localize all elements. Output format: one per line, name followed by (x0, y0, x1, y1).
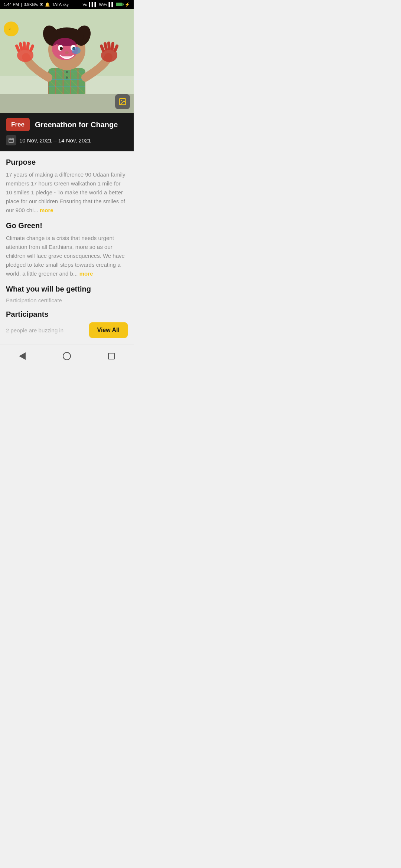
event-title-row: Free Greenathon for Change (6, 118, 128, 131)
free-badge: Free (6, 118, 30, 131)
svg-point-15 (60, 47, 63, 50)
svg-line-28 (109, 43, 109, 49)
back-nav-icon (19, 352, 26, 360)
go-green-text: Climate change is a crisis that needs ur… (6, 234, 128, 278)
event-title: Greenathon for Change (35, 120, 118, 129)
event-date-row: 10 Nov, 2021 – 14 Nov, 2021 (6, 135, 128, 145)
content-area: Purpose 17 years of making a difference … (0, 151, 134, 345)
wifi-icon: WiFi (99, 2, 107, 7)
network-speed: | (21, 2, 22, 7)
home-nav-button[interactable] (60, 349, 74, 363)
status-left: 1:44 PM | 3.9KB/s ✉ 🔔 TATA sky (4, 2, 69, 7)
signal-bars: ▌▌▌ (89, 2, 97, 7)
go-green-more-link[interactable]: more (79, 270, 93, 277)
back-button[interactable]: ← (4, 22, 19, 36)
network-speed-value: 3.9KB/s (24, 2, 38, 7)
svg-line-21 (20, 44, 22, 49)
back-nav-button[interactable] (16, 349, 29, 363)
purpose-text: 17 years of making a difference 90 Udaan… (6, 170, 128, 215)
svg-line-24 (31, 46, 33, 50)
purpose-more-link[interactable]: more (40, 207, 53, 213)
status-bar: 1:44 PM | 3.9KB/s ✉ 🔔 TATA sky Vo ▌▌▌ Wi… (0, 0, 134, 9)
participants-section: Participants 2 people are buzzing in Vie… (6, 310, 128, 338)
status-right: Vo ▌▌▌ WiFi ▌▌ ⚡ (82, 2, 130, 7)
wifi-bars: ▌▌ (108, 2, 114, 7)
carrier-name: TATA sky (52, 2, 69, 7)
image-gallery-button[interactable] (115, 94, 130, 109)
bottom-navigation (0, 345, 134, 366)
what-you-get-section: What you will be getting Participation c… (6, 285, 128, 303)
vo-icon: Vo (82, 2, 87, 7)
svg-line-23 (27, 43, 28, 49)
stop-nav-icon (108, 353, 115, 359)
svg-point-18 (72, 47, 81, 54)
charging-icon: ⚡ (125, 2, 130, 7)
svg-point-32 (66, 76, 68, 79)
participants-row: 2 people are buzzing in View All (6, 322, 128, 338)
participation-certificate: Participation certificate (6, 297, 128, 303)
battery-indicator (116, 3, 123, 6)
back-arrow-icon: ← (8, 25, 14, 33)
purpose-section: Purpose 17 years of making a difference … (6, 158, 128, 215)
time-display: 1:44 PM (4, 2, 19, 7)
svg-line-20 (17, 46, 19, 50)
calendar-svg (8, 137, 14, 143)
svg-line-30 (115, 46, 117, 50)
notification-icon: 🔔 (45, 2, 50, 7)
participants-heading: Participants (6, 310, 128, 319)
event-info-bar: Free Greenathon for Change 10 Nov, 2021 … (0, 113, 134, 151)
stop-nav-button[interactable] (105, 349, 118, 363)
svg-line-26 (101, 46, 103, 50)
purpose-heading: Purpose (6, 158, 128, 167)
home-nav-icon (63, 352, 71, 360)
hero-image-section: ← (0, 9, 134, 113)
svg-rect-33 (0, 94, 134, 113)
go-green-heading: Go Green! (6, 221, 128, 230)
svg-line-22 (24, 43, 25, 49)
event-date-range: 10 Nov, 2021 – 14 Nov, 2021 (19, 137, 91, 144)
svg-point-17 (65, 51, 69, 54)
view-all-button[interactable]: View All (89, 322, 128, 338)
svg-rect-36 (9, 138, 13, 143)
gallery-icon (118, 98, 127, 106)
svg-point-35 (121, 100, 122, 101)
svg-line-29 (112, 43, 113, 49)
hero-illustration (0, 9, 134, 113)
go-green-section: Go Green! Climate change is a crisis tha… (6, 221, 128, 278)
what-you-get-heading: What you will be getting (6, 285, 128, 293)
svg-point-31 (66, 71, 68, 73)
mail-icon: ✉ (40, 2, 43, 7)
svg-line-27 (105, 44, 106, 49)
calendar-icon (6, 135, 16, 145)
buzz-text: 2 people are buzzing in (6, 327, 63, 333)
